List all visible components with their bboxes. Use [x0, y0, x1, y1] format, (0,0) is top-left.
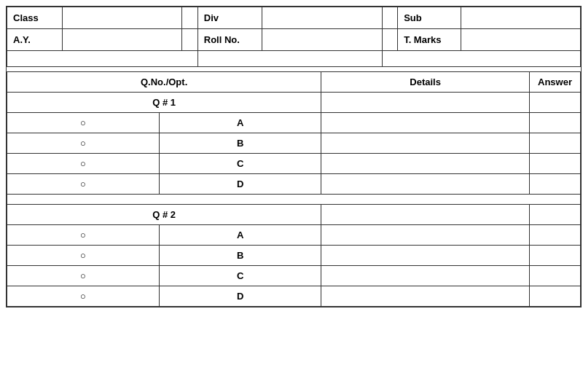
div-label: Div [197, 7, 262, 29]
q1-details[interactable] [321, 93, 530, 113]
q2-opt-d-label: D [160, 286, 321, 307]
rollno-label: Roll No. [197, 29, 262, 51]
main-table: Q.No./Opt. Details Answer Q # 1 ○ A ○ B [7, 71, 581, 307]
q1-detail-d[interactable] [321, 174, 530, 195]
q1-option-a: ○ A [7, 113, 581, 133]
ay-value[interactable] [62, 29, 181, 51]
q2-answer-c[interactable] [530, 266, 581, 286]
q1-detail-b[interactable] [321, 133, 530, 154]
q1-answer-a[interactable] [530, 113, 581, 133]
q2-radio-a[interactable]: ○ [7, 225, 160, 246]
form-container: Class Div Sub A.Y. Roll No. T. Marks [6, 6, 582, 307]
q1-radio-d[interactable]: ○ [7, 174, 160, 195]
q2-opt-a-label: A [160, 225, 321, 246]
q2-answer[interactable] [530, 205, 581, 225]
q2-label: Q # 2 [7, 205, 321, 225]
col-answer: Answer [530, 72, 581, 93]
q1-detail-c[interactable] [321, 154, 530, 174]
q1-radio-a[interactable]: ○ [7, 113, 160, 133]
q2-detail-d[interactable] [321, 286, 530, 307]
q1-label: Q # 1 [7, 93, 321, 113]
q2-detail-b[interactable] [321, 246, 530, 266]
q1-radio-b[interactable]: ○ [7, 133, 160, 154]
q2-option-c: ○ C [7, 266, 581, 286]
q1-opt-d-label: D [160, 174, 321, 195]
class-label: Class [7, 7, 63, 29]
q1-radio-c[interactable]: ○ [7, 154, 160, 174]
q1-opt-a-label: A [160, 113, 321, 133]
q2-detail-a[interactable] [321, 225, 530, 246]
q2-answer-b[interactable] [530, 246, 581, 266]
q2-opt-c-label: C [160, 266, 321, 286]
q2-radio-d[interactable]: ○ [7, 286, 160, 307]
div-value[interactable] [262, 7, 382, 29]
q1-answer-c[interactable] [530, 154, 581, 174]
tmarks-value[interactable] [461, 29, 580, 51]
q1-answer[interactable] [530, 93, 581, 113]
sub-label: Sub [398, 7, 461, 29]
gap-row-1 [7, 195, 581, 205]
rollno-value[interactable] [262, 29, 382, 51]
q2-details[interactable] [321, 205, 530, 225]
q2-detail-c[interactable] [321, 266, 530, 286]
q1-option-d: ○ D [7, 174, 581, 195]
spacer-left [7, 51, 198, 67]
col-details: Details [321, 72, 530, 93]
q2-option-a: ○ A [7, 225, 581, 246]
q2-answer-d[interactable] [530, 286, 581, 307]
q1-option-c: ○ C [7, 154, 581, 174]
question-1-header: Q # 1 [7, 93, 581, 113]
class-value[interactable] [62, 7, 181, 29]
q1-answer-d[interactable] [530, 174, 581, 195]
tmarks-label: T. Marks [398, 29, 461, 51]
sub-value[interactable] [461, 7, 580, 29]
q2-opt-b-label: B [160, 246, 321, 266]
col-qno-opt: Q.No./Opt. [7, 72, 321, 93]
header-table: Class Div Sub A.Y. Roll No. T. Marks [7, 7, 581, 67]
q2-radio-b[interactable]: ○ [7, 246, 160, 266]
spacer-mid [197, 51, 382, 67]
q1-option-b: ○ B [7, 133, 581, 154]
q1-opt-b-label: B [160, 133, 321, 154]
q1-opt-c-label: C [160, 154, 321, 174]
q2-option-b: ○ B [7, 246, 581, 266]
ay-label: A.Y. [7, 29, 63, 51]
q1-detail-a[interactable] [321, 113, 530, 133]
q1-answer-b[interactable] [530, 133, 581, 154]
q2-answer-a[interactable] [530, 225, 581, 246]
q2-radio-c[interactable]: ○ [7, 266, 160, 286]
question-2-header: Q # 2 [7, 205, 581, 225]
q2-option-d: ○ D [7, 286, 581, 307]
spacer-right [382, 51, 580, 67]
